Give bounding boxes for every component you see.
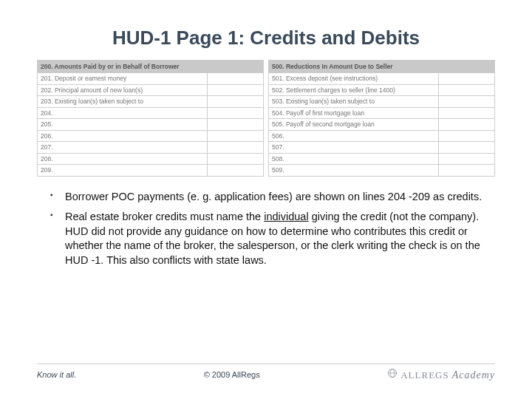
table-row: 501. Excess deposit (see instructions)	[269, 73, 495, 85]
seller-row-value	[438, 73, 495, 85]
table-row: 507.	[269, 142, 495, 154]
borrower-row-value	[207, 107, 264, 119]
table-row: 209.	[38, 165, 264, 177]
table-row: 206.	[38, 130, 264, 142]
footer-rule	[37, 364, 495, 364]
table-row: 202. Principal amount of new loan(s)	[38, 84, 264, 96]
page-title: HUD-1 Page 1: Credits and Debits	[37, 27, 495, 50]
borrower-row-label: 207.	[38, 142, 208, 154]
tables-row: 200. Amounts Paid by or in Behalf of Bor…	[37, 60, 495, 177]
bullet-text: Borrower POC payments (e. g. application…	[65, 191, 482, 202]
seller-row-label: 507.	[269, 142, 439, 154]
table-row: 509.	[269, 165, 495, 177]
borrower-row-label: 201. Deposit or earnest money	[38, 73, 208, 85]
borrower-row-label: 205.	[38, 119, 208, 131]
table-row: 208.	[38, 153, 264, 165]
table-row: 505. Payoff of second mortgage loan	[269, 119, 495, 131]
seller-table: 500. Reductions In Amount Due to Seller …	[268, 60, 495, 177]
table-row: 207.	[38, 142, 264, 154]
seller-row-label: 504. Payoff of first mortgage loan	[269, 107, 439, 119]
table-row: 502. Settlement charges to seller (line …	[269, 84, 495, 96]
borrower-row-value	[207, 142, 264, 154]
seller-row-value	[438, 165, 495, 177]
borrower-row-value	[207, 165, 264, 177]
table-row: 201. Deposit or earnest money	[38, 73, 264, 85]
table-row: 203. Existing loan(s) taken subject to	[38, 96, 264, 108]
seller-row-label: 503. Existing loan(s) taken subject to	[269, 96, 439, 108]
seller-row-label: 505. Payoff of second mortgage loan	[269, 119, 439, 131]
footer-copyright: © 2009 AllRegs	[76, 370, 387, 379]
borrower-row-value	[207, 119, 264, 131]
bullet-underline: individual	[264, 211, 308, 222]
table-row: 504. Payoff of first mortgage loan	[269, 107, 495, 119]
logo: ALLREGS Academy	[387, 368, 495, 381]
table-row: 204.	[38, 107, 264, 119]
seller-row-value	[438, 107, 495, 119]
borrower-row-label: 206.	[38, 130, 208, 142]
slide-root: HUD-1 Page 1: Credits and Debits 200. Am…	[0, 0, 532, 399]
borrower-row-value	[207, 96, 264, 108]
seller-row-value	[438, 153, 495, 165]
borrower-row-value	[207, 84, 264, 96]
borrower-row-label: 203. Existing loan(s) taken subject to	[38, 96, 208, 108]
seller-row-label: 501. Excess deposit (see instructions)	[269, 73, 439, 85]
seller-row-label: 506.	[269, 130, 439, 142]
logo-text-main: ALLREGS	[400, 369, 449, 381]
table-row: 506.	[269, 130, 495, 142]
bullet-item: Real estate broker credits must name the…	[50, 210, 488, 267]
borrower-row-label: 209.	[38, 165, 208, 177]
seller-row-value	[438, 130, 495, 142]
seller-row-value	[438, 142, 495, 154]
table-row: 205.	[38, 119, 264, 131]
logo-text-sub: Academy	[452, 369, 495, 381]
borrower-row-label: 204.	[38, 107, 208, 119]
seller-row-value	[438, 84, 495, 96]
borrower-table-header: 200. Amounts Paid by or in Behalf of Bor…	[38, 61, 264, 73]
borrower-row-value	[207, 153, 264, 165]
seller-row-label: 509.	[269, 165, 439, 177]
bullet-text: Real estate broker credits must name the	[65, 211, 264, 222]
footer: Know it all. © 2009 AllRegs ALLREGS Acad…	[0, 368, 532, 381]
seller-row-value	[438, 96, 495, 108]
borrower-row-value	[207, 130, 264, 142]
borrower-table: 200. Amounts Paid by or in Behalf of Bor…	[37, 60, 264, 177]
seller-row-label: 508.	[269, 153, 439, 165]
seller-row-label: 502. Settlement charges to seller (line …	[269, 84, 439, 96]
borrower-row-value	[207, 73, 264, 85]
borrower-row-label: 202. Principal amount of new loan(s)	[38, 84, 208, 96]
bullet-item: Borrower POC payments (e. g. application…	[50, 190, 488, 205]
globe-icon	[387, 368, 398, 378]
table-row: 508.	[269, 153, 495, 165]
bullet-list: Borrower POC payments (e. g. application…	[37, 190, 495, 268]
borrower-row-label: 208.	[38, 153, 208, 165]
footer-tagline: Know it all.	[37, 370, 76, 379]
table-row: 503. Existing loan(s) taken subject to	[269, 96, 495, 108]
seller-row-value	[438, 119, 495, 131]
seller-table-header: 500. Reductions In Amount Due to Seller	[269, 61, 495, 73]
